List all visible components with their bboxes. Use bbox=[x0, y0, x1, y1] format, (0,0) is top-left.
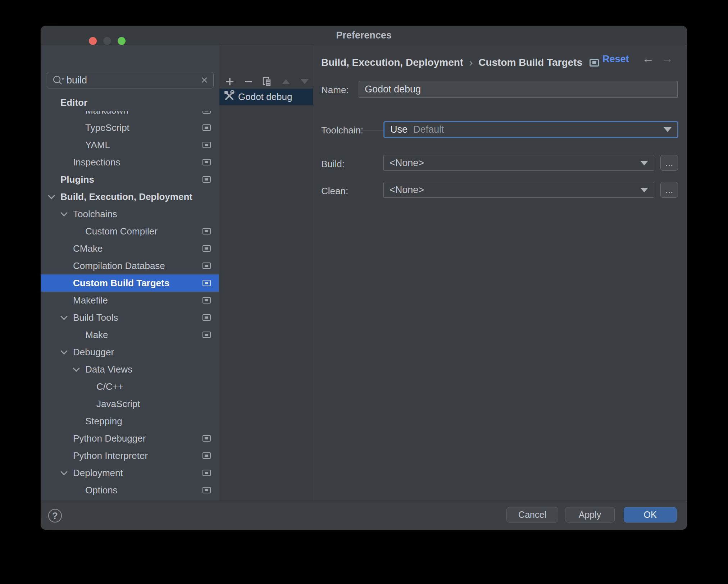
sidebar-item-label: Custom Compiler bbox=[85, 226, 158, 237]
ok-button[interactable]: OK bbox=[624, 507, 677, 523]
move-up-button bbox=[279, 76, 293, 88]
sidebar-item-data-views[interactable]: Data Views bbox=[41, 361, 219, 378]
sidebar-item-c-c[interactable]: C/C++ bbox=[41, 378, 219, 395]
toolchain-use-text: Use bbox=[390, 124, 408, 135]
move-down-button bbox=[298, 76, 311, 88]
settings-match-icon bbox=[203, 435, 211, 442]
chevron-down-icon[interactable] bbox=[60, 468, 68, 475]
sidebar-item-typescript[interactable]: TypeScript bbox=[41, 119, 219, 136]
sidebar-item-custom-compiler[interactable]: Custom Compiler bbox=[41, 223, 219, 240]
sidebar-item-custom-build-targets[interactable]: Custom Build Targets bbox=[41, 274, 219, 292]
sidebar-item-label: Compilation Database bbox=[73, 260, 165, 272]
settings-match-icon bbox=[203, 245, 211, 252]
target-item-label: Godot debug bbox=[238, 91, 292, 102]
window-title: Preferences bbox=[41, 26, 687, 45]
sidebar-item-label: Data Views bbox=[85, 364, 132, 375]
settings-match-icon bbox=[203, 297, 211, 304]
sidebar-item-label: Toolchains bbox=[73, 209, 117, 220]
toolchain-value: Default bbox=[413, 124, 444, 135]
sidebar-item-label: Editor bbox=[60, 97, 87, 108]
sidebar-item-build-tools[interactable]: Build Tools bbox=[41, 309, 219, 326]
settings-match-icon bbox=[203, 159, 211, 165]
sidebar-item-yaml[interactable]: YAML bbox=[41, 136, 219, 154]
sidebar-item-label: Custom Build Targets bbox=[73, 278, 169, 289]
sidebar-item-label: C/C++ bbox=[96, 381, 123, 392]
settings-match-icon bbox=[203, 314, 211, 321]
add-button[interactable] bbox=[223, 76, 237, 88]
sidebar-item-label: TypeScript bbox=[85, 122, 129, 133]
settings-match-icon bbox=[203, 487, 211, 493]
target-list-item[interactable]: Godot debug bbox=[219, 89, 313, 105]
apply-button[interactable]: Apply bbox=[565, 507, 615, 523]
sidebar-item-deployment[interactable]: Deployment bbox=[41, 464, 219, 482]
sidebar-item-python-interpreter[interactable]: Python Interpreter bbox=[41, 447, 219, 464]
breadcrumb-separator-icon: › bbox=[469, 56, 473, 69]
build-select[interactable]: <None> bbox=[383, 155, 654, 171]
close-button[interactable] bbox=[89, 37, 97, 45]
settings-match-icon bbox=[203, 280, 211, 286]
forward-arrow-icon: → bbox=[661, 51, 673, 65]
chevron-down-icon[interactable] bbox=[60, 209, 68, 216]
settings-page-icon bbox=[590, 59, 599, 67]
build-browse-button[interactable]: ... bbox=[660, 155, 678, 171]
dialog-footer: ? Cancel Apply OK bbox=[41, 501, 687, 530]
name-field[interactable] bbox=[359, 81, 678, 98]
sidebar-item-plugins[interactable]: Plugins bbox=[41, 171, 219, 188]
sidebar-item-options[interactable]: Options bbox=[41, 482, 219, 499]
sidebar-item-inspections[interactable]: Inspections bbox=[41, 154, 219, 171]
sidebar-item-build-execution-deployment[interactable]: Build, Execution, Deployment bbox=[41, 188, 219, 205]
remove-button[interactable] bbox=[242, 76, 255, 88]
sidebar-item-label: Python Debugger bbox=[73, 433, 146, 444]
breadcrumb-parent[interactable]: Build, Execution, Deployment bbox=[321, 57, 463, 68]
sidebar-item-cmake[interactable]: CMake bbox=[41, 240, 219, 257]
sidebar-item-stepping[interactable]: Stepping bbox=[41, 412, 219, 430]
sidebar-item-python-debugger[interactable]: Python Debugger bbox=[41, 430, 219, 447]
toolchain-label: Toolchain: bbox=[321, 125, 363, 136]
sidebar-item-compilation-database[interactable]: Compilation Database bbox=[41, 257, 219, 274]
sidebar-item-debugger[interactable]: Debugger bbox=[41, 343, 219, 361]
chevron-down-icon bbox=[640, 188, 648, 192]
toolchain-select[interactable]: Use Default bbox=[383, 121, 678, 138]
help-button[interactable]: ? bbox=[48, 509, 62, 523]
back-arrow-icon[interactable]: ← bbox=[642, 51, 654, 65]
clear-search-icon[interactable]: ✕ bbox=[200, 75, 208, 86]
zoom-button[interactable] bbox=[118, 37, 126, 45]
sidebar-item-toolchains[interactable]: Toolchains bbox=[41, 205, 219, 223]
settings-match-icon bbox=[203, 470, 211, 476]
sidebar-item-label: Build Tools bbox=[73, 312, 118, 323]
sidebar-item-label: Debugger bbox=[73, 347, 114, 358]
sidebar-item-label: Build, Execution, Deployment bbox=[60, 191, 192, 202]
minimize-button bbox=[103, 37, 111, 45]
sidebar-item-label: Options bbox=[85, 485, 118, 496]
preferences-window: Preferences ✕ EditorMarkdownTypeScriptYA… bbox=[41, 26, 687, 530]
settings-match-icon bbox=[203, 263, 211, 269]
search-box[interactable]: ✕ bbox=[47, 72, 214, 88]
chevron-down-icon[interactable] bbox=[73, 365, 80, 372]
settings-match-icon bbox=[203, 452, 211, 459]
settings-match-icon bbox=[203, 142, 211, 148]
chevron-down-icon bbox=[664, 127, 672, 132]
sidebar-item-make[interactable]: Make bbox=[41, 326, 219, 343]
titlebar: Preferences bbox=[41, 26, 687, 45]
sidebar-item-label: Make bbox=[85, 329, 108, 341]
sidebar-item-label: Stepping bbox=[85, 416, 122, 427]
targets-toolbar bbox=[219, 75, 313, 88]
clean-browse-button[interactable]: ... bbox=[660, 182, 678, 198]
search-input[interactable] bbox=[67, 75, 200, 86]
sidebar-item-makefile[interactable]: Makefile bbox=[41, 292, 219, 309]
duplicate-button[interactable] bbox=[260, 76, 274, 88]
settings-content: Build, Execution, Deployment › Custom Bu… bbox=[314, 45, 687, 501]
chevron-down-icon[interactable] bbox=[60, 347, 68, 355]
settings-match-icon bbox=[203, 228, 211, 234]
sidebar-item-editor[interactable]: Editor bbox=[41, 94, 219, 111]
chevron-down-icon[interactable] bbox=[60, 313, 68, 320]
targets-list-panel: Godot debug bbox=[219, 45, 313, 501]
clean-select[interactable]: <None> bbox=[383, 182, 654, 198]
sidebar-item-javascript[interactable]: JavaScript bbox=[41, 395, 219, 412]
chevron-down-icon[interactable] bbox=[48, 192, 55, 199]
build-value: <None> bbox=[390, 158, 424, 169]
reset-link[interactable]: Reset bbox=[602, 54, 629, 65]
sidebar-item-label: Makefile bbox=[73, 295, 108, 306]
cancel-button[interactable]: Cancel bbox=[506, 507, 558, 523]
clean-label: Clean: bbox=[321, 186, 348, 197]
